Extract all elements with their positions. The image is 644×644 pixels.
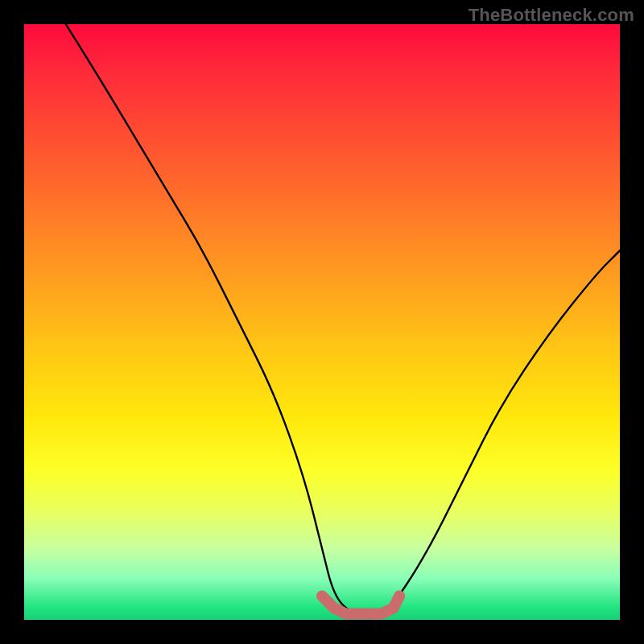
bottleneck-curve-line	[66, 24, 620, 614]
watermark-label: TheBottleneck.com	[469, 5, 634, 26]
chart-frame: TheBottleneck.com	[0, 0, 644, 644]
optimal-band-line	[322, 596, 399, 613]
chart-svg	[24, 24, 620, 620]
plot-area	[24, 24, 620, 620]
